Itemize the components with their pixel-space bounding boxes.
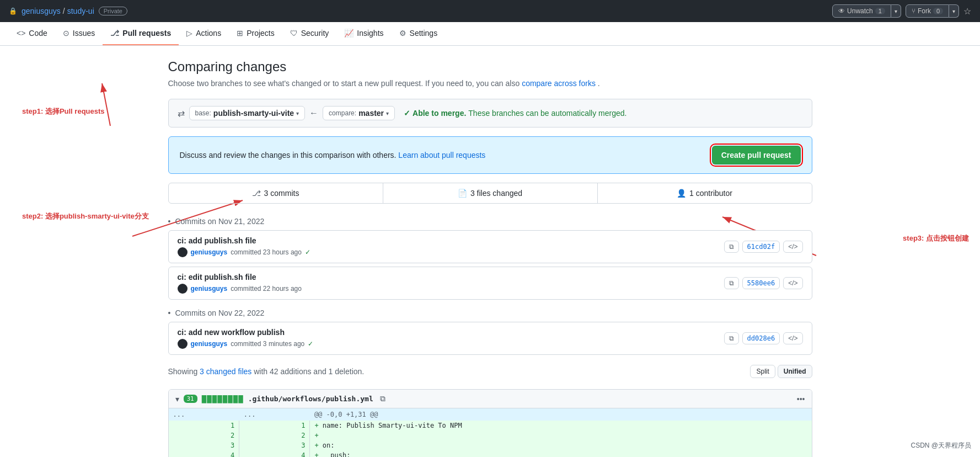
private-badge: Private <box>99 7 127 15</box>
nav-code[interactable]: <> Code <box>9 22 55 45</box>
line-num-1: 1 <box>169 421 239 431</box>
base-branch-select[interactable]: base: publish-smarty-ui-vite ▾ <box>189 106 306 120</box>
hunk-code: @@ -0,0 +1,31 @@ <box>310 408 812 421</box>
watermark: CSDN @天界程序员 <box>911 441 971 450</box>
commit-3-author-link[interactable]: geniusguys <box>191 340 228 348</box>
settings-icon: ⚙ <box>399 29 406 38</box>
create-pr-button[interactable]: Create pull request <box>712 146 801 164</box>
files-changed-header: Showing 3 changed files with 42 addition… <box>168 358 812 385</box>
fork-group: ⑂ Fork 0 ▾ <box>906 4 959 18</box>
nav-actions[interactable]: ▷ Actions <box>179 22 229 45</box>
compare-bar: ⇄ base: publish-smarty-ui-vite ▾ ← compa… <box>168 99 812 127</box>
commit-2-time: committed 22 hours ago <box>231 285 302 293</box>
commit-1-browse-button[interactable]: </> <box>783 241 802 253</box>
commit-3-title: ci: add new workflow publish <box>178 328 314 337</box>
changed-files-link[interactable]: 3 changed files <box>200 367 251 376</box>
compare-label: compare: <box>329 109 356 117</box>
commit-1-avatar <box>178 247 188 257</box>
line-num-2b: 2 <box>239 431 310 440</box>
commits-icon: ⎇ <box>252 189 261 198</box>
compare-branch-select[interactable]: compare: master ▾ <box>323 106 395 120</box>
pr-icon: ⎇ <box>110 29 119 38</box>
hunk-line-num1: ... <box>169 408 239 421</box>
base-branch-name: publish-smarty-ui-vite <box>213 109 294 118</box>
commit-3-avatar <box>178 339 188 349</box>
hunk-line-num2: ... <box>239 408 310 421</box>
fork-dropdown[interactable]: ▾ <box>949 4 959 18</box>
compare-branch-name: master <box>358 109 384 118</box>
diff-line-3: + on: <box>310 440 812 450</box>
svg-line-1 <box>102 83 110 126</box>
merge-status: ✓ Able to merge. These branches can be a… <box>404 109 626 118</box>
commit-1-title: ci: add publish.sh file <box>178 236 310 245</box>
compare-icon: ⇄ <box>178 108 185 119</box>
unwatch-group: 👁 Unwatch 1 ▾ <box>832 4 901 18</box>
copy-filename-icon[interactable]: ⧉ <box>380 394 385 403</box>
commit-row-1: ci: add publish.sh file geniusguys commi… <box>168 230 812 263</box>
commits-count: 3 commits <box>264 189 299 198</box>
page-title: Comparing changes <box>168 59 812 75</box>
diff-file-header: ▾ 31 ████████ .github/workflows/publish.… <box>169 390 812 408</box>
insights-icon: 📈 <box>344 29 354 38</box>
commit-1-right: ⧉ 61cd02f </> <box>724 241 803 253</box>
nav-settings[interactable]: ⚙ Settings <box>392 22 446 45</box>
commit-3-copy-button[interactable]: ⧉ <box>724 332 739 344</box>
actions-icon: ▷ <box>186 29 192 38</box>
step1-label: step1: 选择Pull requests <box>22 107 105 116</box>
merge-detail-text: These branches can be automatically merg… <box>468 109 626 118</box>
commit-2-browse-button[interactable]: </> <box>783 277 802 289</box>
commit-2-left: ci: edit publish.sh file geniusguys comm… <box>178 273 302 294</box>
star-button[interactable]: ☆ <box>963 6 971 17</box>
more-options-icon[interactable]: ••• <box>797 395 805 403</box>
fork-button[interactable]: ⑂ Fork 0 <box>906 4 949 18</box>
line-num-2: 2 <box>169 431 239 440</box>
files-stat: 📄 3 files changed <box>383 183 598 203</box>
nav-projects[interactable]: ⊞ Projects <box>229 22 282 45</box>
commit-1-time: committed 23 hours ago <box>231 248 302 256</box>
commit-1-copy-button[interactable]: ⧉ <box>724 241 739 253</box>
compare-forks-link[interactable]: compare across forks <box>522 79 596 88</box>
commit-1-hash-button[interactable]: 61cd02f <box>742 241 780 253</box>
nav-pull-requests[interactable]: ⎇ Pull requests <box>103 22 179 45</box>
repo-link[interactable]: study-ui <box>67 7 94 15</box>
contributors-count: 1 contributor <box>689 189 732 198</box>
commit-1-author-link[interactable]: geniusguys <box>191 248 228 256</box>
step2-label: step2: 选择publish-smarty-ui-vite分支 <box>22 211 149 221</box>
nav-bar: <> Code ⊙ Issues ⎇ Pull requests ▷ Actio… <box>0 22 980 46</box>
commit-2-hash-button[interactable]: 5580ee6 <box>742 277 780 289</box>
unified-view-button[interactable]: Unified <box>778 365 812 378</box>
diff-add-row-3: 3 3 + on: <box>169 440 812 450</box>
nav-issues[interactable]: ⊙ Issues <box>55 22 103 45</box>
commit-2-right: ⧉ 5580ee6 </> <box>724 277 803 289</box>
learn-pr-link[interactable]: Learn about pull requests <box>398 151 485 160</box>
fork-label: Fork <box>918 7 931 15</box>
unwatch-button[interactable]: 👁 Unwatch 1 <box>832 4 891 18</box>
commit-3-verified-icon: ✓ <box>308 340 313 348</box>
commit-2-author-link[interactable]: geniusguys <box>191 285 228 293</box>
nav-security[interactable]: 🛡 Security <box>282 22 337 45</box>
expand-icon[interactable]: ▾ <box>175 395 179 403</box>
user-link[interactable]: geniusguys <box>22 7 61 15</box>
dot-icon-2: • <box>168 309 171 317</box>
commit-1-left: ci: add publish.sh file geniusguys commi… <box>178 236 310 257</box>
commit-3-browse-button[interactable]: </> <box>783 332 802 344</box>
files-count: 3 files changed <box>470 189 522 198</box>
unwatch-dropdown[interactable]: ▾ <box>891 4 901 18</box>
fork-count: 0 <box>933 8 943 14</box>
diff-count: 31 <box>184 395 197 403</box>
diff-line-1: + name: Publish Smarty-ui-vite To NPM <box>310 421 812 431</box>
commit-3-hash-button[interactable]: dd028e6 <box>742 332 780 344</box>
nav-security-label: Security <box>301 29 329 38</box>
commit-2-copy-button[interactable]: ⧉ <box>724 277 739 289</box>
line-num-3: 3 <box>169 440 239 450</box>
top-bar: 🔒 geniusguys / study-ui Private 👁 Unwatc… <box>0 0 980 22</box>
diff-add-row-4: 4 4 + push: <box>169 450 812 457</box>
files-icon: 📄 <box>458 189 467 198</box>
diff-file-name: .github/workflows/publish.yml <box>248 395 373 403</box>
commit-3-time: committed 3 minutes ago <box>231 340 304 348</box>
repo-name: geniusguys / study-ui <box>22 7 94 15</box>
nav-insights[interactable]: 📈 Insights <box>336 22 391 45</box>
diff-table: ... ... @@ -0,0 +1,31 @@ 1 1 + name: Pub… <box>169 408 812 457</box>
split-view-button[interactable]: Split <box>750 365 775 378</box>
info-text: Discuss and review the changes in this c… <box>180 151 486 160</box>
